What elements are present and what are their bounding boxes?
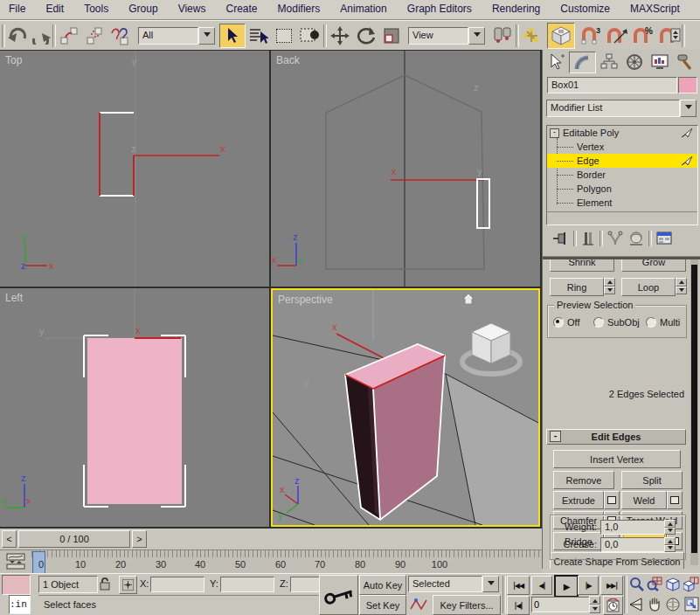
weld-button[interactable]: Weld: [621, 491, 667, 509]
grow-button[interactable]: Grow: [621, 259, 686, 272]
pin-stack-icon[interactable]: [551, 231, 569, 246]
loop-button[interactable]: Loop: [621, 278, 676, 296]
key-filters-button[interactable]: Key Filters...: [433, 595, 501, 615]
pan-hand-icon[interactable]: [646, 595, 663, 613]
selection-filter-arrow[interactable]: [198, 27, 215, 45]
menu-modifiers[interactable]: Modifiers: [269, 0, 329, 19]
select-by-name-icon[interactable]: [246, 24, 271, 47]
menu-graph-editors[interactable]: Graph Editors: [399, 0, 481, 19]
default-tangent-icon[interactable]: [408, 595, 429, 613]
unlink-selection-icon[interactable]: [81, 24, 107, 47]
loop-spinner[interactable]: [676, 278, 687, 294]
modifier-list-arrow[interactable]: [680, 100, 697, 117]
track-bar[interactable]: 0 10 20 30 40 50 60 70 80 90 100: [0, 549, 542, 574]
absolute-mode-toggle-icon[interactable]: [119, 576, 137, 594]
modifier-list-combo[interactable]: Modifier List: [546, 100, 697, 117]
stack-collapse-box[interactable]: -: [550, 128, 559, 138]
stack-item-vertex[interactable]: Vertex: [547, 140, 697, 154]
set-keys-button[interactable]: [319, 575, 358, 615]
zoom-all-icon[interactable]: [646, 575, 663, 593]
radio-off[interactable]: Off: [553, 317, 579, 328]
extrude-button[interactable]: Extrude: [553, 491, 604, 509]
crease-spinner[interactable]: [664, 537, 676, 552]
menu-animation[interactable]: Animation: [331, 0, 395, 19]
undo-icon[interactable]: [5, 24, 29, 47]
percent-snap-toggle-icon[interactable]: %: [630, 24, 656, 47]
stack-item-border[interactable]: Border: [547, 168, 697, 182]
menu-maxscript[interactable]: MAXScript: [621, 0, 689, 19]
redo-icon[interactable]: [29, 24, 52, 47]
time-slider-next-button[interactable]: >: [132, 530, 147, 548]
snaps-toggle-icon[interactable]: [547, 23, 575, 49]
tab-create[interactable]: [544, 52, 569, 72]
select-and-link-icon[interactable]: [56, 24, 81, 47]
viewport-left[interactable]: y x z y x Left: [0, 288, 269, 527]
stack-item-polygon[interactable]: Polygon: [547, 182, 697, 196]
configure-modifier-sets-icon[interactable]: [656, 231, 674, 246]
select-and-scale-icon[interactable]: [379, 24, 404, 47]
maximize-viewport-toggle-icon[interactable]: [683, 595, 700, 613]
open-mini-curve-editor-icon[interactable]: [3, 552, 28, 571]
viewport-back[interactable]: z y x z x y Back: [271, 51, 540, 287]
radio-multi[interactable]: Multi: [646, 317, 680, 328]
reference-coordinate-arrow[interactable]: [468, 27, 485, 45]
time-slider-prev-button[interactable]: <: [2, 530, 17, 548]
modifier-stack[interactable]: - Editable Poly Vertex Edge Border Polyg…: [546, 125, 698, 225]
ring-spinner[interactable]: [604, 278, 615, 294]
bind-to-space-warp-icon[interactable]: [107, 24, 134, 47]
radio-subobj[interactable]: SubObj: [593, 317, 640, 328]
panel-scrollbar[interactable]: [690, 259, 698, 565]
x-coordinate-input[interactable]: [150, 577, 204, 592]
menu-edit[interactable]: Edit: [37, 0, 73, 19]
remove-button[interactable]: Remove: [553, 471, 614, 489]
tab-utilities[interactable]: [672, 52, 697, 72]
ring-button[interactable]: Ring: [550, 278, 604, 296]
show-end-result-icon[interactable]: [581, 231, 595, 246]
zoom-extents-all-icon[interactable]: [683, 575, 700, 593]
menu-create[interactable]: Create: [218, 0, 267, 19]
maxscript-mini-listener[interactable]: :in: [9, 595, 31, 614]
next-frame-button[interactable]: |▶: [578, 576, 599, 595]
stack-item-edge[interactable]: Edge: [547, 154, 697, 168]
split-button[interactable]: Split: [621, 471, 683, 489]
field-of-view-icon[interactable]: [627, 595, 645, 613]
auto-key-button[interactable]: Auto Key: [359, 575, 406, 595]
select-object-button[interactable]: [219, 24, 246, 48]
select-and-rotate-icon[interactable]: [353, 24, 379, 47]
weight-spinner[interactable]: [664, 520, 676, 535]
menu-file[interactable]: File: [0, 0, 34, 19]
reference-coordinate-combo[interactable]: View: [408, 27, 485, 45]
tab-modify[interactable]: [569, 52, 596, 73]
menu-tools[interactable]: Tools: [75, 0, 117, 19]
menu-customize[interactable]: Customize: [551, 0, 619, 19]
play-button[interactable]: ▶: [554, 575, 579, 598]
viewport-perspective[interactable]: y x x z: [271, 288, 540, 527]
menu-group[interactable]: Group: [120, 0, 166, 19]
macro-recorder-field[interactable]: [2, 575, 31, 595]
crease-field[interactable]: 0,0: [600, 537, 667, 552]
weld-settings-button[interactable]: [667, 491, 683, 509]
select-and-manipulate-icon[interactable]: [519, 24, 544, 47]
frame-spinner[interactable]: [589, 596, 600, 613]
go-to-end-button[interactable]: ▶▶|: [600, 576, 623, 595]
track-bar-ruler[interactable]: 0 10 20 30 40 50 60 70 80 90 100: [31, 550, 542, 574]
key-mode-combo[interactable]: Selected: [408, 576, 499, 592]
window-crossing-toggle-icon[interactable]: [296, 24, 323, 47]
set-key-button[interactable]: Set Key: [359, 595, 406, 615]
angle-snap-arc-icon[interactable]: [604, 24, 630, 47]
y-coordinate-input[interactable]: [220, 577, 274, 592]
insert-vertex-button[interactable]: Insert Vertex: [553, 450, 681, 468]
rollout-collapse-box[interactable]: -: [550, 431, 561, 442]
time-configuration-icon[interactable]: [603, 596, 623, 615]
selection-filter-combo[interactable]: All: [138, 27, 215, 45]
make-unique-icon[interactable]: [607, 231, 625, 246]
go-to-start-button[interactable]: |◀◀: [507, 576, 530, 595]
key-mode-toggle-button[interactable]: |◀|: [507, 596, 530, 615]
current-frame-input[interactable]: [531, 597, 591, 612]
zoom-extents-icon[interactable]: [664, 575, 682, 593]
tab-display[interactable]: [647, 52, 672, 72]
viewport-top[interactable]: y z x y z x Top: [0, 51, 269, 287]
z-coordinate-input[interactable]: [290, 577, 322, 592]
menu-views[interactable]: Views: [170, 0, 215, 19]
angle-snap-toggle-icon[interactable]: 3: [578, 24, 604, 47]
